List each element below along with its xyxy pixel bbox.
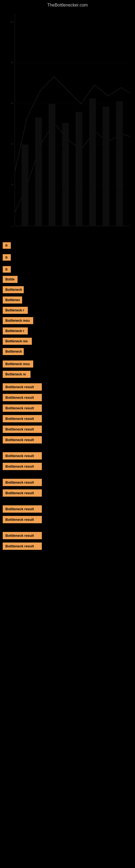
list-item[interactable]: Bottleneck result [0, 426, 135, 433]
svg-text:100: 100 [10, 21, 14, 23]
svg-text:80: 80 [11, 61, 13, 64]
list-item[interactable]: Bottleneck res [0, 338, 135, 345]
list-item[interactable]: Bottleneck result [0, 505, 135, 513]
list-item[interactable]: Bottleneck r [0, 328, 135, 335]
spacer [0, 500, 135, 505]
bottleneck-result-label: Bottleneck [3, 286, 24, 293]
bottleneck-result-label: Bottleneck result [3, 436, 42, 443]
list-item[interactable]: Bottleneck re [0, 371, 135, 378]
svg-rect-20 [116, 101, 123, 226]
bottleneck-results-section: B B B Bottle Bottleneck Bottlenec Bottle… [0, 240, 135, 556]
spacer [0, 473, 135, 479]
bottleneck-result-label: Bottleneck r [3, 307, 28, 314]
list-item[interactable]: Bottleneck result [0, 436, 135, 443]
list-item[interactable]: Bottleneck result [0, 383, 135, 391]
svg-text:0: 0 [12, 225, 14, 228]
bottleneck-result-label: Bottleneck result [3, 479, 42, 486]
bottleneck-result-label: Bottleneck result [3, 404, 42, 412]
list-item[interactable]: Bottleneck [0, 348, 135, 355]
svg-rect-15 [49, 104, 55, 226]
svg-text:60: 60 [11, 102, 13, 104]
list-item[interactable]: Bottleneck resu [0, 361, 135, 368]
spacer [0, 527, 135, 532]
bottleneck-result-label: Bottleneck result [3, 516, 42, 523]
list-item[interactable]: B [0, 254, 135, 261]
list-item[interactable]: Bottleneck result [0, 516, 135, 523]
chart-area: 0 20 40 60 80 100 [0, 9, 135, 240]
bottleneck-result-label: Bottleneck result [3, 415, 42, 422]
bottleneck-result-label: Bottleneck result [3, 505, 42, 513]
spacer [0, 447, 135, 452]
list-item[interactable]: Bottle [0, 276, 135, 283]
bottleneck-result-label: Bottleneck res [3, 338, 32, 345]
bottleneck-result-label: Bottleneck resu [3, 317, 33, 324]
list-item[interactable]: Bottleneck result [0, 479, 135, 486]
list-item[interactable]: Bottleneck result [0, 489, 135, 497]
site-title: TheBottlenecker.com [0, 0, 135, 9]
bottleneck-result-label: Bottleneck re [3, 371, 31, 378]
svg-rect-17 [76, 112, 82, 226]
bottleneck-result-label: B [3, 254, 11, 261]
list-item[interactable]: B [0, 266, 135, 273]
bottleneck-result-label: Bottleneck result [3, 532, 42, 539]
bottleneck-result-label: B [3, 242, 11, 249]
list-item[interactable]: Bottleneck result [0, 542, 135, 550]
list-item[interactable]: Bottleneck result [0, 394, 135, 401]
bottleneck-result-label: B [3, 266, 11, 273]
svg-rect-19 [103, 106, 109, 226]
bottleneck-result-label: Bottleneck result [3, 489, 42, 497]
list-item[interactable]: Bottleneck result [0, 452, 135, 460]
list-item[interactable]: Bottleneck resu [0, 317, 135, 324]
bottleneck-result-label: Bottlenec [3, 297, 22, 304]
svg-rect-14 [35, 118, 42, 226]
svg-rect-18 [89, 98, 96, 226]
list-item[interactable]: Bottleneck result [0, 404, 135, 412]
bottleneck-result-label: Bottleneck result [3, 452, 42, 460]
svg-text:40: 40 [11, 143, 13, 145]
list-item[interactable]: Bottleneck r [0, 307, 135, 314]
list-item[interactable]: Bottleneck result [0, 463, 135, 470]
bottleneck-result-label: Bottleneck result [3, 426, 42, 433]
list-item[interactable]: Bottleneck result [0, 532, 135, 539]
bottleneck-result-label: Bottleneck resu [3, 361, 33, 368]
bottleneck-result-label: Bottleneck result [3, 463, 42, 470]
svg-text:20: 20 [11, 183, 13, 186]
bottleneck-result-label: Bottleneck result [3, 383, 42, 391]
bottleneck-result-label: Bottleneck [3, 348, 24, 355]
bottleneck-result-label: Bottle [3, 276, 17, 283]
bottleneck-result-label: Bottleneck result [3, 394, 42, 401]
list-item[interactable]: B [0, 242, 135, 249]
svg-rect-16 [62, 123, 69, 226]
list-item[interactable]: Bottlenec [0, 297, 135, 304]
list-item[interactable]: Bottleneck [0, 286, 135, 293]
svg-rect-13 [21, 145, 28, 226]
bottleneck-result-label: Bottleneck r [3, 328, 28, 335]
list-item[interactable]: Bottleneck result [0, 415, 135, 422]
bottleneck-result-label: Bottleneck result [3, 542, 42, 550]
chart-svg: 0 20 40 60 80 100 [0, 9, 135, 240]
